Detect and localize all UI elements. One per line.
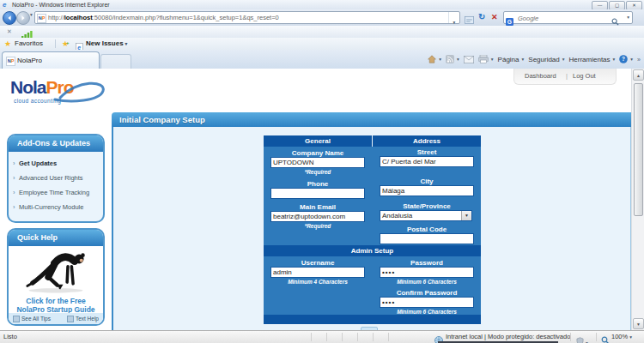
scroll-up-button[interactable]: ▲ [633,69,644,81]
home-button[interactable] [428,55,441,63]
street-input[interactable] [380,156,474,167]
sidebar-item-employee-time-tracking[interactable]: Employee Time Tracking [9,185,103,200]
stop-icon[interactable]: ✕ [491,11,498,23]
nolapro-logo[interactable]: NolaPro cloud accounting [10,77,109,111]
add-favorite-icon[interactable]: ★+ [62,38,69,50]
admin-setup-header: Admin Setup [264,245,481,256]
new-issues-menu[interactable]: New Issues [86,38,127,50]
ie-icon: e [3,0,6,9]
mail-icon [464,56,474,63]
favorites-star-icon[interactable]: ★ [4,38,11,50]
city-label: City [373,178,481,185]
top-links-strip: Dashboard | Log Out [513,69,617,85]
notification-toolbar: ✕ [0,26,644,39]
read-mail-button[interactable] [464,56,474,63]
scroll-down-button[interactable]: ▼ [633,318,644,329]
search-options-dropdown[interactable]: ▾ [627,12,629,23]
favorites-label[interactable]: Favoritos [15,38,43,50]
phone-label: Phone [264,180,372,188]
password-label: Password [373,259,481,267]
select-dropdown-icon[interactable]: ▼ [461,211,471,220]
tab-favicon: NP [6,57,15,66]
sidebar-item-advanced-user-rights[interactable]: Advanced User Rights [9,171,103,185]
logout-link[interactable]: Log Out [573,69,596,83]
help-icon: ? [619,55,628,63]
confirm-password-input[interactable] [380,297,474,308]
favorites-bar: ★ Favoritos ★+ e New Issues [0,38,644,51]
site-favicon: NP [37,14,46,23]
nav-history-dropdown[interactable]: ▾ [30,9,33,21]
new-tab-stub[interactable] [100,54,131,69]
main-email-input[interactable] [270,211,365,222]
address-dropdown-button[interactable]: ▾ [448,12,459,23]
username-hint: Minimum 4 Characters [264,279,372,285]
state-province-select[interactable]: Andalusia ▼ [380,210,472,221]
feeds-button[interactable] [446,55,459,63]
city-input[interactable] [380,185,474,196]
back-button[interactable] [3,11,16,25]
password-input[interactable] [380,267,474,278]
tab-title: NolaPro [17,52,42,69]
zoom-magnifier-icon[interactable] [601,333,610,343]
password-hint: Minimum 6 Characters [373,279,481,285]
form-footer-bar [264,315,481,324]
refresh-icon[interactable]: ↻ [478,11,485,23]
forward-button[interactable] [16,11,30,25]
help-button[interactable]: ? [619,55,633,63]
text-help-link[interactable]: Text Help [67,316,99,322]
dashboard-link[interactable]: Dashboard [525,69,556,83]
print-icon [478,55,489,63]
url-text: http://localhost:50080/indexmain.php?flu… [48,12,279,23]
company-name-input[interactable] [270,157,365,168]
search-input[interactable] [516,13,610,23]
logo-tagline: cloud accounting [14,98,61,104]
vertical-scrollbar[interactable]: ▲ ▼ [631,69,644,330]
company-name-label: Company Name [264,149,372,157]
search-box[interactable]: G ▾ [503,11,633,24]
tab-nolapro[interactable]: NP NolaPro [2,51,100,69]
text-help-icon [67,316,74,322]
general-section-header: General [264,135,372,147]
page-title: Initial Company Setup [112,112,631,127]
sidebar-item-multi-currency-module[interactable]: Multi-Currency Module [9,200,103,214]
see-all-tips-link[interactable]: See All Tips [13,316,51,322]
command-bar: Página Seguridad Herramientas ? » [428,52,641,66]
state-province-label: State/Province [373,202,481,210]
address-section-header: Address [373,135,481,147]
phone-input[interactable] [270,188,365,199]
quick-help-title: Quick Help [9,230,103,246]
close-toolbar-icon[interactable]: ✕ [7,26,12,38]
zoom-level[interactable]: 100% [611,331,632,343]
main-email-label: Main Email [264,203,372,211]
company-required-note: *Required [264,169,372,175]
quick-help-links: See All Tips Text Help [9,313,103,324]
scrollbar-thumb[interactable] [634,83,643,216]
protected-mode-icon[interactable] [576,333,588,343]
username-input[interactable] [270,267,365,278]
email-required-note: *Required [264,223,372,229]
menu-tools[interactable]: Herramientas [569,56,616,63]
username-label: Username [264,259,372,267]
print-button[interactable] [478,55,494,63]
window-title: NolaPro - Windows Internet Explorer [12,0,110,9]
browser-window: e NolaPro - Windows Internet Explorer —▢… [0,0,644,343]
overflow-chevron[interactable]: » [637,57,641,63]
menu-security[interactable]: Seguridad [528,56,564,63]
tips-icon [13,316,20,322]
menu-page[interactable]: Página [498,56,525,63]
address-field[interactable]: NP http://localhost:50080/indexmain.php?… [34,11,460,24]
address-bar-row: ▾ NP http://localhost:50080/indexmain.ph… [0,9,644,26]
startup-guide-link[interactable]: Click for the Free NolaPro Startup Guide [9,297,103,314]
street-label: Street [373,148,481,156]
confirm-password-label: Confirm Password [373,289,481,297]
home-icon [428,55,436,63]
sidebar-item-get-updates[interactable]: Get Updates [9,156,103,171]
svg-text:G: G [507,19,512,25]
postal-code-input[interactable] [380,233,474,244]
confirm-password-hint: Minimum 6 Characters [373,309,481,315]
quick-help-panel: Quick Help Click for the Free NolaPro St… [7,228,105,326]
runner-image [13,247,99,295]
postal-code-label: Postal Code [373,226,481,233]
svg-text:?: ? [622,56,625,62]
addons-panel: Add-Ons & Updates Get Updates Advanced U… [7,134,105,223]
